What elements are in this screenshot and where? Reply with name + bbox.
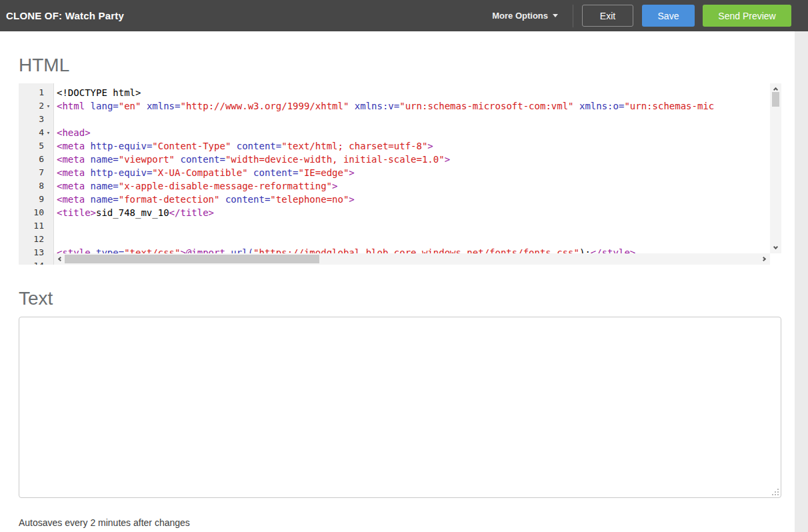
- code-token: >: [349, 167, 354, 178]
- code-token: "urn:schemas-mic: [624, 101, 714, 111]
- code-token: [574, 101, 579, 111]
- save-button[interactable]: Save: [642, 5, 695, 27]
- gutter-line: 9: [19, 193, 53, 206]
- code-editor-lines[interactable]: <!DOCTYPE html><html lang="en" xmlns="ht…: [54, 83, 781, 265]
- page-scrollbar[interactable]: [795, 31, 808, 532]
- gutter-line: 8: [19, 179, 53, 193]
- code-token: [349, 101, 354, 111]
- html-section-heading: HTML: [19, 56, 69, 75]
- code-line[interactable]: <meta http-equiv="Content-Type" content=…: [57, 139, 781, 153]
- top-bar: CLONE OF: Watch Party More Options Exit …: [0, 0, 808, 31]
- code-token: content=: [180, 154, 225, 165]
- code-token: [85, 181, 90, 191]
- code-token: "x-apple-disable-message-reformatting": [119, 181, 332, 191]
- code-line[interactable]: <html lang="en" xmlns="http://www.w3.org…: [57, 99, 781, 113]
- code-editor-gutter: 12▾34▾567891011121314▾: [19, 83, 54, 265]
- gutter-line: 7: [19, 166, 53, 179]
- fold-arrow-icon[interactable]: ▾: [44, 99, 53, 113]
- gutter-line: 11: [19, 219, 53, 233]
- exit-button[interactable]: Exit: [582, 5, 633, 27]
- code-token: <meta: [57, 181, 85, 191]
- code-token: >: [349, 194, 354, 205]
- code-token: <meta: [57, 167, 85, 178]
- code-token: [85, 141, 90, 151]
- autosave-note: Autosaves every 2 minutes after changes: [19, 517, 190, 528]
- code-token: "Content-Type": [152, 141, 231, 151]
- code-token: content=: [253, 167, 298, 178]
- gutter-line: 3: [19, 113, 53, 126]
- line-number: 8: [39, 179, 44, 193]
- line-number: 10: [33, 206, 44, 219]
- scroll-up-icon[interactable]: [773, 87, 778, 92]
- code-token: "viewport": [119, 154, 175, 165]
- line-number: 14: [33, 259, 44, 265]
- code-token: [219, 194, 225, 205]
- code-token: xmlns:v=: [355, 101, 399, 111]
- code-token: sid_748_mv_10: [96, 207, 169, 218]
- code-token: >: [427, 141, 433, 151]
- line-number: 4: [39, 126, 44, 139]
- code-token: http-equiv=: [91, 141, 153, 151]
- line-number: 1: [39, 86, 44, 99]
- code-line[interactable]: <!DOCTYPE html>: [57, 86, 781, 99]
- line-number: 6: [39, 153, 44, 166]
- code-token: xmlns=: [147, 101, 181, 111]
- code-token: content=: [225, 194, 270, 205]
- text-area-wrapper: [19, 317, 781, 498]
- document-title: CLONE OF: Watch Party: [6, 10, 124, 21]
- html-code-editor[interactable]: 12▾34▾567891011121314▾ <!DOCTYPE html><h…: [19, 83, 781, 265]
- code-token: <meta: [57, 141, 85, 151]
- scroll-down-icon[interactable]: [773, 245, 778, 249]
- code-token: [85, 194, 90, 205]
- code-token: "X-UA-Compatible": [152, 167, 247, 178]
- editor-horizontal-scrollbar[interactable]: [54, 253, 770, 265]
- code-line[interactable]: [57, 219, 781, 233]
- code-line[interactable]: <title>sid_748_mv_10</title>: [57, 206, 781, 219]
- code-token: "telephone=no": [270, 194, 349, 205]
- text-section-heading: Text: [19, 289, 53, 308]
- code-token: >: [332, 181, 337, 191]
- code-line[interactable]: <meta name="x-apple-disable-message-refo…: [57, 179, 781, 193]
- topbar-divider: [573, 5, 573, 27]
- gutter-line: 1: [19, 86, 53, 99]
- gutter-line: 5: [19, 139, 53, 153]
- code-token: <meta: [57, 194, 85, 205]
- vertical-scroll-thumb[interactable]: [772, 92, 779, 107]
- code-line[interactable]: [57, 113, 781, 126]
- line-number: 2: [39, 99, 44, 113]
- code-line[interactable]: <meta name="format-detection" content="t…: [57, 193, 781, 206]
- gutter-line: 6: [19, 153, 53, 166]
- gutter-line: 2▾: [19, 99, 53, 113]
- more-options-dropdown[interactable]: More Options: [492, 11, 558, 21]
- code-token: name=: [91, 154, 119, 165]
- code-token: content=: [237, 141, 281, 151]
- scroll-right-icon[interactable]: [761, 257, 766, 261]
- code-token: "en": [119, 101, 141, 111]
- editor-vertical-scrollbar[interactable]: [770, 83, 781, 253]
- gutter-line: 12: [19, 233, 53, 246]
- code-line[interactable]: <meta name="viewport" content="width=dev…: [57, 153, 781, 166]
- code-line[interactable]: <head>: [57, 126, 781, 139]
- code-token: "IE=edge": [298, 167, 349, 178]
- line-number: 11: [33, 219, 44, 233]
- caret-down-icon: [553, 14, 558, 17]
- code-token: "format-detection": [119, 194, 220, 205]
- fold-arrow-icon[interactable]: ▾: [44, 259, 53, 265]
- gutter-line: 10: [19, 206, 53, 219]
- send-preview-button[interactable]: Send Preview: [703, 5, 791, 27]
- fold-arrow-icon[interactable]: ▾: [44, 126, 53, 139]
- code-token: [141, 101, 146, 111]
- code-token: </title>: [169, 207, 214, 218]
- scroll-left-icon[interactable]: [58, 257, 63, 261]
- code-token: http-equiv=: [91, 167, 153, 178]
- code-token: [85, 154, 90, 165]
- code-token: "width=device-width, initial-scale=1.0": [225, 154, 445, 165]
- code-token: [85, 167, 90, 178]
- code-token: name=: [91, 181, 119, 191]
- resize-grip-icon[interactable]: [772, 489, 779, 495]
- code-line[interactable]: <meta http-equiv="X-UA-Compatible" conte…: [57, 166, 781, 179]
- code-line[interactable]: [57, 233, 781, 246]
- plain-text-input[interactable]: [19, 317, 781, 498]
- code-token: >: [445, 154, 450, 165]
- horizontal-scroll-thumb[interactable]: [65, 255, 319, 263]
